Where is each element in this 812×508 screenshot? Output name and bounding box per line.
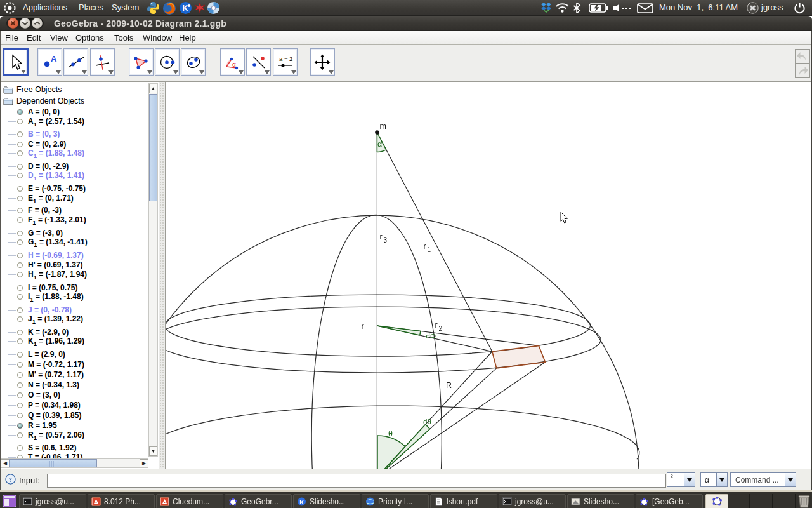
svg-text:R: R: [446, 381, 452, 390]
svg-text:θ: θ: [388, 429, 393, 438]
svg-text:α: α: [377, 140, 382, 149]
svg-text:a = 2: a = 2: [279, 55, 292, 62]
svg-text:K: K: [183, 4, 188, 13]
svg-text:α: α: [232, 61, 236, 68]
svg-text:dθ: dθ: [423, 418, 431, 425]
svg-text:r: r: [380, 232, 383, 241]
svg-text:1: 1: [428, 246, 431, 253]
svg-text:A: A: [51, 54, 57, 64]
svg-text:dΦ: dΦ: [426, 332, 436, 340]
svg-text:3: 3: [384, 237, 388, 244]
svg-text:r: r: [362, 322, 364, 331]
svg-text:r: r: [424, 242, 426, 251]
svg-text:2: 2: [439, 325, 443, 332]
svg-text:r: r: [435, 321, 438, 330]
svg-text:m: m: [380, 122, 386, 131]
svg-text:K: K: [299, 498, 304, 505]
svg-text:?: ?: [9, 476, 13, 483]
